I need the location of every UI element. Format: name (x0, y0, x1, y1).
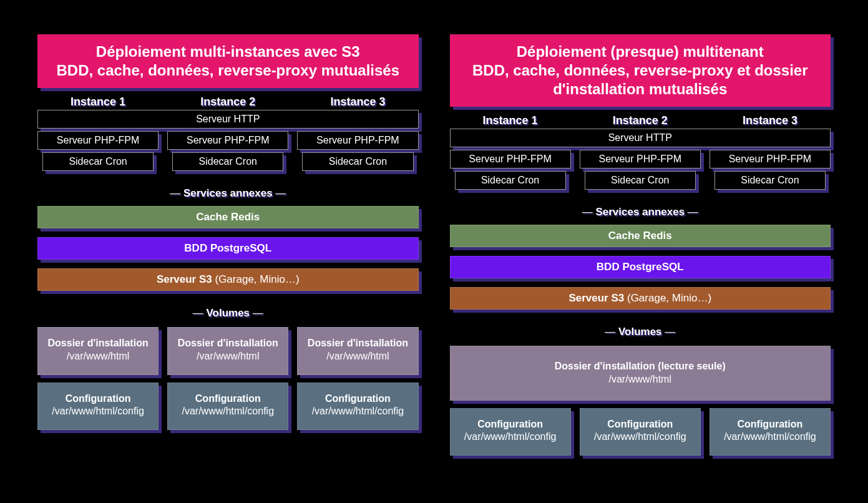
install-title: Dossier d'installation (300, 337, 415, 350)
stack-1: Serveur PHP-FPM Sidecar Cron (37, 131, 158, 171)
config-title: Configuration (41, 393, 155, 406)
title-box-right: Déploiement (presque) multitenant BDD, c… (450, 34, 831, 107)
s3-box-left: Serveur S3 (Garage, Minio…) (37, 268, 419, 291)
redis-box-right: Cache Redis (450, 225, 831, 247)
postgres-box-left: BDD PostgreSQL (37, 237, 419, 260)
install-row-left: Dossier d'installation /var/www/html Dos… (37, 327, 419, 375)
config-box-1: Configuration /var/www/html/config (37, 383, 158, 431)
title-line-2: BDD, cache, données, reverse-proxy mutua… (47, 61, 409, 80)
s3-bold: Serveur S3 (568, 292, 624, 304)
install-title: Dossier d'installation (lecture seule) (453, 360, 828, 373)
stack-2: Serveur PHP-FPM Sidecar Cron (580, 150, 701, 190)
pg-label: BDD PostgreSQL (597, 261, 684, 273)
php-fpm: Serveur PHP-FPM (580, 150, 701, 168)
redis-label: Cache Redis (608, 230, 672, 242)
sidecar-cron: Sidecar Cron (42, 152, 154, 171)
stack-3: Serveur PHP-FPM Sidecar Cron (710, 150, 831, 190)
sidecar-cron: Sidecar Cron (585, 171, 696, 190)
config-title: Configuration (453, 418, 568, 431)
config-row-right: Configuration /var/www/html/config Confi… (450, 408, 831, 456)
php-fpm: Serveur PHP-FPM (167, 131, 288, 150)
redis-label: Cache Redis (196, 211, 260, 223)
config-box-3: Configuration /var/www/html/config (297, 383, 418, 431)
config-path: /var/www/html/config (583, 431, 698, 444)
config-row-left: Configuration /var/www/html/config Confi… (37, 383, 419, 431)
stack-2: Serveur PHP-FPM Sidecar Cron (167, 131, 288, 171)
php-fpm: Serveur PHP-FPM (450, 150, 571, 168)
php-row-left: Serveur PHP-FPM Sidecar Cron Serveur PHP… (37, 131, 419, 171)
section-services-left: Services annexes (37, 187, 419, 200)
php-fpm: Serveur PHP-FPM (297, 131, 418, 150)
s3-bold: Serveur S3 (157, 273, 212, 285)
column-multi-instance: Déploiement multi-instances avec S3 BDD,… (37, 34, 419, 456)
install-box-shared: Dossier d'installation (lecture seule) /… (450, 346, 831, 401)
redis-box-left: Cache Redis (37, 206, 419, 228)
section-volumes-right: Volumes (450, 326, 831, 338)
section-services-right: Services annexes (450, 206, 831, 218)
config-box-2: Configuration /var/www/html/config (167, 383, 288, 431)
config-path: /var/www/html/config (453, 431, 568, 444)
install-box-2: Dossier d'installation /var/www/html (167, 327, 288, 375)
config-path: /var/www/html/config (170, 405, 285, 418)
section-volumes-left: Volumes (37, 307, 419, 320)
title-line-1: Déploiement multi-instances avec S3 (47, 42, 409, 61)
s3-rest: (Garage, Minio…) (624, 292, 711, 304)
instance-labels-left: Instance 1 Instance 2 Instance 3 (37, 95, 419, 109)
config-title: Configuration (713, 418, 827, 431)
sidecar-cron: Sidecar Cron (714, 171, 826, 190)
config-path: /var/www/html/config (41, 405, 155, 418)
sidecar-cron: Sidecar Cron (302, 152, 413, 171)
instance-label-3: Instance 3 (297, 95, 418, 109)
instance-label-2: Instance 2 (167, 95, 288, 109)
instance-labels-right: Instance 1 Instance 2 Instance 3 (450, 114, 831, 127)
sidecar-cron: Sidecar Cron (455, 171, 566, 190)
pg-label: BDD PostgreSQL (184, 242, 271, 254)
install-box-3: Dossier d'installation /var/www/html (297, 327, 418, 375)
title-line-1: Déploiement (presque) multitenant (459, 42, 822, 61)
config-path: /var/www/html/config (713, 431, 827, 444)
config-box-1: Configuration /var/www/html/config (450, 408, 571, 456)
config-title: Configuration (170, 393, 285, 406)
diagram-columns: Déploiement multi-instances avec S3 BDD,… (37, 34, 831, 456)
stack-1: Serveur PHP-FPM Sidecar Cron (450, 150, 571, 190)
config-title: Configuration (583, 418, 698, 431)
title-line-2: BDD, cache, données, reverse-proxy et do… (459, 61, 822, 99)
postgres-box-right: BDD PostgreSQL (450, 256, 831, 278)
instance-label-3: Instance 3 (710, 114, 831, 127)
title-box-left: Déploiement multi-instances avec S3 BDD,… (37, 34, 419, 88)
php-row-right: Serveur PHP-FPM Sidecar Cron Serveur PHP… (450, 150, 831, 190)
install-path: /var/www/html (453, 373, 828, 386)
install-path: /var/www/html (170, 350, 285, 363)
sidecar-cron: Sidecar Cron (172, 152, 283, 171)
config-title: Configuration (300, 393, 415, 406)
http-server-left: Serveur HTTP (37, 110, 419, 129)
instance-label-2: Instance 2 (580, 114, 701, 127)
column-multitenant: Déploiement (presque) multitenant BDD, c… (450, 34, 831, 456)
config-box-3: Configuration /var/www/html/config (710, 408, 831, 456)
s3-box-right: Serveur S3 (Garage, Minio…) (450, 287, 831, 310)
http-server-right: Serveur HTTP (450, 129, 831, 147)
php-fpm: Serveur PHP-FPM (710, 150, 831, 168)
instance-label-1: Instance 1 (37, 95, 158, 109)
install-title: Dossier d'installation (41, 337, 155, 350)
install-title: Dossier d'installation (170, 337, 285, 350)
install-path: /var/www/html (41, 350, 155, 363)
s3-rest: (Garage, Minio…) (212, 273, 300, 285)
stack-3: Serveur PHP-FPM Sidecar Cron (297, 131, 418, 171)
php-fpm: Serveur PHP-FPM (37, 131, 158, 150)
install-box-1: Dossier d'installation /var/www/html (37, 327, 158, 375)
install-path: /var/www/html (300, 350, 415, 363)
config-path: /var/www/html/config (300, 405, 415, 418)
instance-label-1: Instance 1 (450, 114, 571, 127)
config-box-2: Configuration /var/www/html/config (580, 408, 701, 456)
